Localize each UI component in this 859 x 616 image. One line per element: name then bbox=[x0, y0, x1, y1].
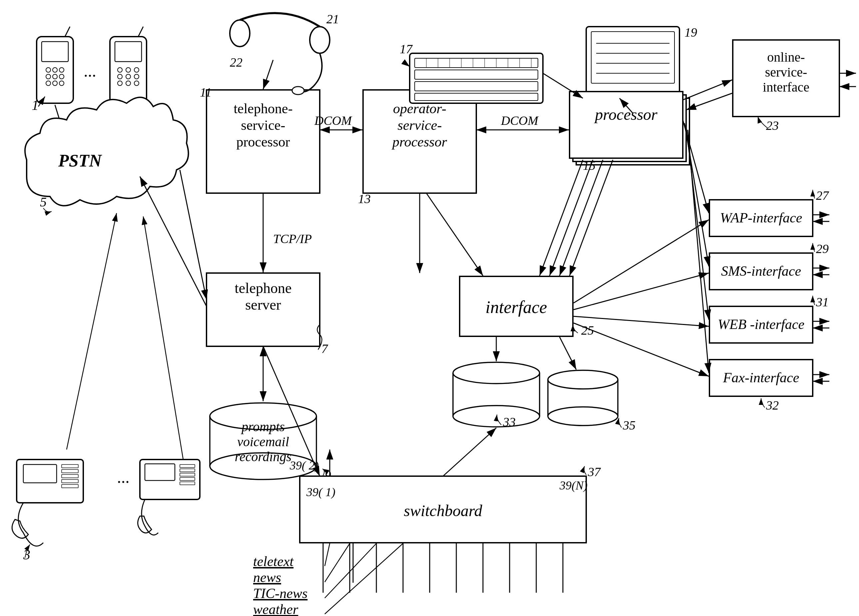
svg-text:processor: processor bbox=[391, 134, 447, 150]
svg-text:server: server bbox=[245, 297, 281, 313]
svg-point-145 bbox=[548, 370, 618, 389]
svg-point-73 bbox=[230, 20, 250, 47]
svg-text:39(N): 39(N) bbox=[559, 479, 587, 492]
svg-text:33: 33 bbox=[503, 415, 515, 429]
svg-text:23: 23 bbox=[766, 119, 779, 133]
svg-text:17: 17 bbox=[400, 42, 413, 56]
svg-text:5: 5 bbox=[40, 195, 47, 209]
svg-text:recordings: recordings bbox=[235, 449, 291, 464]
svg-text:processor: processor bbox=[236, 134, 290, 150]
svg-text:WAP-interface: WAP-interface bbox=[720, 210, 803, 225]
svg-text:21: 21 bbox=[326, 12, 339, 26]
svg-text:TCP/IP: TCP/IP bbox=[273, 232, 312, 246]
svg-text:19: 19 bbox=[684, 25, 697, 39]
svg-text:telephone-: telephone- bbox=[233, 101, 292, 116]
svg-text:service-: service- bbox=[241, 117, 286, 133]
svg-text:news: news bbox=[253, 570, 281, 585]
svg-text:voicemail: voicemail bbox=[237, 434, 289, 449]
switchboard-box: switchboard 37 bbox=[300, 465, 601, 543]
svg-text:TIC-news: TIC-news bbox=[253, 586, 308, 601]
svg-text:switchboard: switchboard bbox=[404, 502, 483, 519]
svg-text:online-: online- bbox=[767, 50, 805, 65]
svg-text:DCOM: DCOM bbox=[501, 114, 539, 128]
tsp-box: telephone- service- processor 11 bbox=[200, 85, 320, 193]
svg-point-142 bbox=[453, 405, 540, 427]
svg-rect-86 bbox=[410, 53, 543, 103]
svg-text:interface: interface bbox=[486, 298, 547, 317]
svg-point-148 bbox=[548, 407, 618, 426]
svg-text:31: 31 bbox=[816, 295, 829, 309]
svg-text:37: 37 bbox=[587, 465, 601, 479]
svg-text:weather: weather bbox=[253, 602, 298, 616]
svg-text:processor: processor bbox=[594, 106, 658, 123]
svg-text:13: 13 bbox=[358, 192, 371, 206]
svg-text:Fax-interface: Fax-interface bbox=[723, 370, 800, 385]
svg-text:PSTN: PSTN bbox=[58, 151, 102, 170]
svg-text:32: 32 bbox=[766, 398, 779, 412]
svg-text:7: 7 bbox=[322, 342, 328, 356]
svg-text:1: 1 bbox=[32, 98, 39, 113]
svg-point-74 bbox=[310, 27, 330, 53]
svg-text:interface: interface bbox=[763, 80, 809, 95]
svg-text:service-: service- bbox=[765, 65, 807, 80]
diagram: 1 ... PSTN 5 bbox=[0, 0, 859, 616]
telephone-server-box: telephone server 7 bbox=[206, 273, 328, 356]
svg-text:...: ... bbox=[84, 62, 96, 80]
svg-text:...: ... bbox=[117, 468, 130, 487]
osp-box: operator- service- processor 13 bbox=[358, 90, 476, 206]
svg-point-139 bbox=[453, 362, 540, 384]
processor-box: processor 15 bbox=[570, 92, 689, 173]
svg-text:teletext: teletext bbox=[253, 554, 294, 569]
svg-text:prompts: prompts bbox=[241, 419, 285, 434]
svg-text:35: 35 bbox=[623, 418, 636, 432]
svg-text:SMS-interface: SMS-interface bbox=[721, 264, 801, 279]
svg-text:39( 2): 39( 2) bbox=[289, 459, 319, 472]
svg-text:27: 27 bbox=[816, 189, 829, 203]
svg-point-75 bbox=[292, 87, 304, 95]
svg-text:telephone: telephone bbox=[234, 280, 291, 296]
svg-text:11: 11 bbox=[200, 85, 211, 99]
svg-text:3: 3 bbox=[23, 547, 30, 562]
svg-text:29: 29 bbox=[816, 242, 829, 256]
svg-text:DCOM: DCOM bbox=[314, 114, 352, 128]
svg-text:22: 22 bbox=[230, 55, 242, 69]
svg-rect-114 bbox=[570, 92, 683, 158]
svg-text:39( 1): 39( 1) bbox=[306, 485, 336, 499]
svg-text:service-: service- bbox=[398, 117, 442, 133]
svg-text:WEB -interface: WEB -interface bbox=[718, 317, 804, 332]
